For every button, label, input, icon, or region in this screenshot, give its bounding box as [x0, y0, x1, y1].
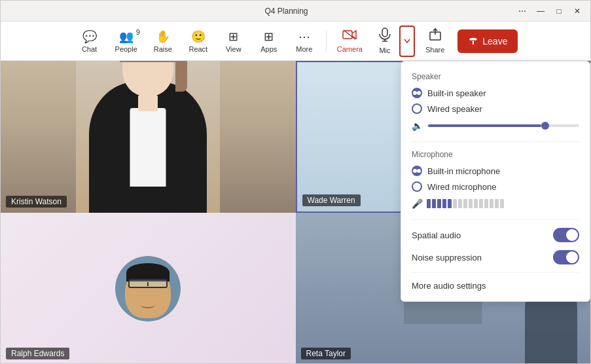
people-label: People: [115, 45, 137, 53]
panel-divider-3: [412, 272, 579, 273]
volume-row: 🔈: [412, 120, 579, 131]
toolbar-more[interactable]: ⋯ More: [288, 26, 321, 57]
level-bar-12: [484, 199, 488, 208]
apps-icon: ⊞: [264, 29, 274, 44]
view-label: View: [226, 45, 242, 53]
share-icon: [429, 28, 442, 45]
toolbar-share[interactable]: Share: [420, 26, 450, 57]
ralph-avatar: [115, 256, 181, 321]
builtin-mic-radio[interactable]: [412, 166, 422, 176]
volume-icon: 🔈: [412, 120, 423, 131]
toolbar-chat[interactable]: 💬 Chat: [73, 26, 106, 57]
kristin-name-badge: Kristin Watson: [6, 196, 67, 208]
wired-speaker-option[interactable]: Wired speaker: [412, 103, 579, 114]
toolbar: 💬 Chat 👥 9 People ✋ Raise 🙂 React ⊞ View…: [1, 22, 590, 61]
level-bar-15: [500, 199, 504, 208]
mic-level-icon: 🎤: [412, 198, 423, 209]
mic-section-title: Microphone: [412, 150, 579, 159]
ralph-name-badge: Ralph Edwards: [6, 348, 69, 359]
mic-label: Mic: [379, 46, 390, 54]
chat-label: Chat: [82, 45, 97, 53]
speaker-section-title: Speaker: [412, 72, 579, 81]
window-title: Q4 Planning: [58, 7, 514, 16]
react-icon: 🙂: [191, 29, 206, 44]
volume-fill: [428, 124, 541, 127]
toolbar-camera[interactable]: Camera: [332, 26, 368, 57]
video-cell-ralph: Ralph Edwards: [1, 213, 296, 364]
raise-icon: ✋: [156, 29, 170, 44]
mic-icon: [379, 27, 391, 45]
level-bar-2: [432, 199, 436, 208]
reta-name-badge: Reta Taylor: [301, 348, 351, 359]
raise-label: Raise: [154, 45, 172, 53]
wired-speaker-label: Wired speaker: [427, 104, 482, 114]
level-bar-11: [479, 199, 483, 208]
builtin-speaker-label: Built-in speaker: [427, 88, 486, 98]
svg-rect-0: [343, 31, 352, 39]
toolbar-apps[interactable]: ⊞ Apps: [253, 26, 285, 57]
level-bar-14: [495, 199, 499, 208]
spatial-audio-row: Spatial audio: [412, 228, 579, 242]
video-cell-kristin: Kristin Watson: [1, 61, 296, 213]
people-icon: 👥: [119, 29, 134, 44]
svg-line-1: [344, 30, 355, 39]
toolbar-react[interactable]: 🙂 React: [182, 26, 215, 57]
builtin-speaker-radio[interactable]: [412, 88, 422, 98]
spatial-audio-label: Spatial audio: [412, 230, 461, 240]
wired-mic-option[interactable]: Wired microphone: [412, 181, 579, 192]
level-bar-3: [437, 199, 441, 208]
wired-mic-label: Wired microphone: [427, 182, 497, 192]
level-bar-4: [442, 199, 446, 208]
more-icon: ⋯: [298, 29, 310, 44]
builtin-mic-label: Built-in microphone: [427, 166, 500, 176]
toolbar-people[interactable]: 👥 9 People: [109, 26, 144, 57]
mic-level-bars: [427, 199, 504, 208]
wired-speaker-radio[interactable]: [412, 103, 422, 114]
spatial-audio-thumb: [566, 229, 578, 241]
level-bar-13: [490, 199, 493, 208]
title-bar: Q4 Planning ⋯ — □ ✕: [1, 1, 590, 22]
maximize-btn[interactable]: □: [551, 3, 567, 19]
apps-label: Apps: [260, 45, 277, 53]
toolbar-raise[interactable]: ✋ Raise: [147, 26, 179, 57]
volume-slider[interactable]: [428, 124, 579, 127]
toolbar-view[interactable]: ⊞ View: [217, 26, 250, 57]
toolbar-separator: [326, 31, 327, 52]
builtin-speaker-option[interactable]: Built-in speaker: [412, 88, 579, 98]
builtin-mic-option[interactable]: Built-in microphone: [412, 166, 579, 176]
react-label: React: [188, 45, 207, 53]
audio-panel: Speaker Built-in speaker Wired speaker 🔈…: [401, 61, 590, 302]
more-audio-settings-link[interactable]: More audio settings: [412, 281, 579, 291]
camera-label: Camera: [337, 45, 363, 53]
close-btn[interactable]: ✕: [569, 3, 585, 19]
volume-thumb[interactable]: [541, 122, 549, 130]
toolbar-mic[interactable]: Mic: [370, 26, 399, 57]
mic-dropdown-btn[interactable]: [399, 26, 415, 57]
window-controls: ⋯ — □ ✕: [514, 3, 585, 19]
level-bar-7: [458, 199, 462, 208]
noise-suppression-label: Noise suppression: [412, 253, 482, 263]
level-bar-10: [474, 199, 478, 208]
noise-suppression-row: Noise suppression: [412, 250, 579, 264]
level-bar-1: [427, 199, 431, 208]
view-icon: ⊞: [228, 29, 238, 44]
svg-rect-6: [473, 41, 474, 45]
panel-divider-2: [412, 219, 579, 220]
share-label: Share: [425, 46, 444, 54]
panel-divider-1: [412, 141, 579, 142]
level-bar-6: [453, 199, 457, 208]
wired-mic-radio[interactable]: [412, 181, 422, 192]
noise-suppression-toggle[interactable]: [553, 250, 579, 264]
spatial-audio-toggle[interactable]: [553, 228, 579, 242]
level-bar-5: [448, 199, 452, 208]
svg-rect-2: [382, 28, 387, 37]
minimize-btn[interactable]: —: [533, 3, 548, 19]
chat-icon: 💬: [82, 29, 97, 44]
level-bar-9: [469, 199, 473, 208]
camera-icon: [342, 29, 357, 44]
wade-name-badge: Wade Warren: [302, 194, 361, 206]
more-options-btn[interactable]: ⋯: [514, 3, 530, 19]
people-badge: 9: [136, 28, 140, 36]
leave-button[interactable]: Leave: [457, 29, 518, 53]
more-label: More: [296, 45, 312, 53]
